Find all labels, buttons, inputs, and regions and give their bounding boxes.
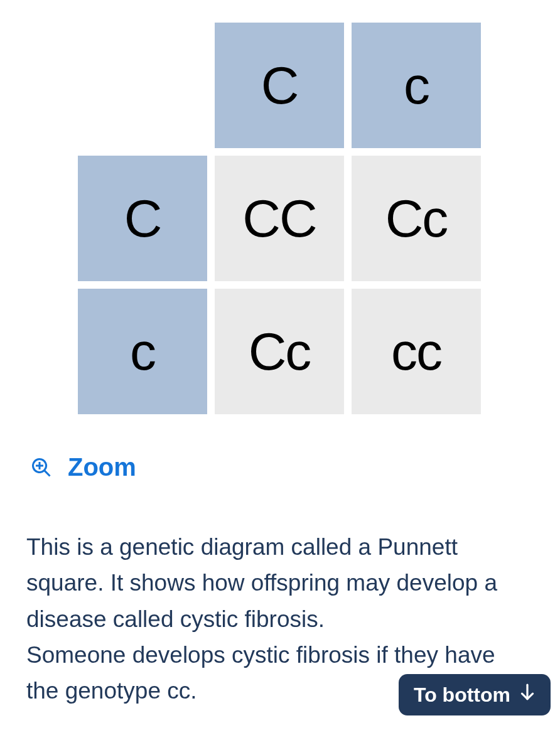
punnett-result-1-2: Cc: [352, 156, 481, 281]
punnett-result-2-1: Cc: [215, 289, 344, 414]
description-paragraph-1: This is a genetic diagram called a Punne…: [26, 529, 534, 637]
punnett-result-2-2: cc: [352, 289, 481, 414]
punnett-left-allele-1: C: [78, 156, 207, 281]
to-bottom-button[interactable]: To bottom: [399, 674, 551, 715]
punnett-top-allele-1: C: [215, 23, 344, 148]
zoom-button[interactable]: Zoom: [30, 453, 560, 481]
punnett-left-allele-2: c: [78, 289, 207, 414]
to-bottom-label: To bottom: [414, 683, 510, 707]
zoom-label: Zoom: [68, 453, 136, 481]
zoom-in-icon: [30, 456, 53, 479]
punnett-grid: C c C CC Cc c Cc cc: [78, 23, 482, 414]
punnett-empty-corner: [78, 23, 207, 148]
punnett-top-allele-2: c: [352, 23, 481, 148]
arrow-down-icon: [519, 683, 536, 707]
punnett-square: C c C CC Cc c Cc cc: [78, 23, 482, 414]
punnett-result-1-1: CC: [215, 156, 344, 281]
